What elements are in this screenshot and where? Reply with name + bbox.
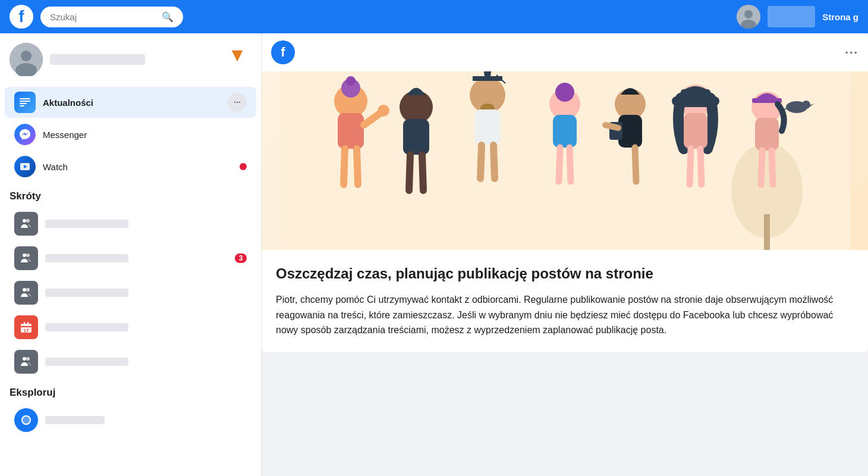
sidebar-user-header: ▼: [0, 38, 261, 86]
svg-rect-9: [20, 105, 24, 107]
shortcut-icon-3: [14, 281, 38, 305]
explore-item-1[interactable]: [5, 403, 256, 437]
shortcut-icon-5: [14, 350, 38, 374]
shortcut-label-3: [45, 289, 128, 297]
svg-point-23: [23, 357, 26, 361]
svg-rect-54: [553, 115, 577, 148]
content-card: f ···: [262, 33, 868, 352]
nav-username: Strona g: [822, 12, 858, 22]
svg-point-13: [26, 219, 30, 223]
svg-line-55: [559, 148, 560, 181]
svg-point-38: [378, 105, 389, 117]
facebook-logo[interactable]: f: [10, 5, 33, 29]
svg-point-17: [26, 288, 30, 292]
shortcut-label-1: [45, 220, 128, 228]
svg-line-41: [409, 155, 410, 190]
messenger-icon: [14, 124, 36, 145]
svg-line-42: [422, 155, 423, 190]
main-content: f ···: [262, 33, 868, 476]
avatar[interactable]: [737, 5, 760, 29]
svg-point-39: [400, 90, 433, 124]
svg-point-14: [23, 253, 26, 257]
shortcut-item-4[interactable]: 17: [5, 311, 256, 344]
watch-notification-dot: [240, 163, 247, 170]
svg-line-61: [635, 148, 636, 181]
svg-line-35: [344, 149, 345, 184]
svg-line-72: [761, 151, 762, 184]
shortcut-label-5: [45, 358, 128, 366]
search-input[interactable]: [50, 12, 157, 22]
top-navigation: f 🔍 Strona g: [0, 0, 868, 33]
svg-point-33: [346, 76, 356, 86]
shortcut-icon-1: [14, 212, 38, 236]
nav-right: Strona g: [737, 5, 858, 29]
svg-point-30: [802, 101, 810, 109]
sidebar: ▼ Aktualności ··· Messenger W: [0, 33, 262, 476]
messenger-label: Messenger: [43, 130, 87, 140]
svg-rect-28: [764, 214, 770, 250]
sidebar-item-watch[interactable]: Watch: [5, 151, 256, 182]
svg-line-56: [570, 148, 571, 181]
username-blurred: [768, 6, 815, 27]
sidebar-item-aktualnosci[interactable]: Aktualności ···: [5, 87, 256, 118]
fb-page-icon: f: [271, 40, 295, 64]
svg-rect-49: [474, 109, 501, 145]
svg-line-68: [700, 149, 702, 184]
svg-point-16: [23, 288, 26, 292]
sidebar-avatar[interactable]: [10, 43, 43, 76]
aktualnosci-more-button[interactable]: ···: [228, 93, 247, 112]
shortcut-label-4: [45, 323, 128, 331]
svg-point-1: [744, 10, 753, 18]
sidebar-item-messenger[interactable]: Messenger: [5, 119, 256, 150]
svg-text:17: 17: [24, 328, 29, 333]
svg-rect-34: [338, 113, 364, 149]
aktualnosci-label: Aktualności: [43, 98, 93, 108]
svg-line-51: [493, 145, 495, 178]
search-icon: 🔍: [162, 11, 174, 23]
svg-point-4: [21, 51, 32, 61]
shortcut-item-1[interactable]: [5, 207, 256, 240]
shortcut-item-5[interactable]: [5, 345, 256, 378]
svg-line-60: [605, 125, 618, 128]
svg-rect-71: [755, 118, 779, 151]
shortcuts-section-title: Skróty: [0, 183, 261, 206]
card-body: Oszczędzaj czas, planując publikację pos…: [262, 250, 868, 352]
card-illustration: [262, 71, 868, 250]
svg-line-36: [357, 149, 358, 184]
shortcut-icon-2: [14, 246, 38, 270]
card-more-button[interactable]: ···: [845, 46, 858, 60]
explore-icon-1: [14, 408, 38, 432]
svg-rect-40: [403, 119, 429, 155]
card-text: Piotr, chcemy pomóc Ci utrzymywać kontak…: [276, 292, 854, 338]
shortcut-item-2[interactable]: 3: [5, 242, 256, 275]
svg-rect-8: [20, 103, 27, 104]
user-name-blurred: [50, 54, 145, 65]
explore-label-1: [45, 416, 105, 424]
shortcut-item-3[interactable]: [5, 276, 256, 309]
svg-point-15: [26, 253, 30, 257]
explore-section-title: Eksploruj: [0, 380, 261, 402]
svg-rect-6: [20, 98, 30, 99]
svg-line-50: [480, 145, 482, 178]
shortcut-icon-4: 17: [14, 315, 38, 339]
watch-icon: [14, 156, 36, 177]
svg-rect-19: [24, 322, 25, 325]
svg-line-73: [772, 151, 773, 184]
shortcut-label-2: [45, 254, 128, 262]
search-bar[interactable]: 🔍: [40, 7, 183, 27]
svg-point-12: [23, 219, 26, 223]
svg-rect-7: [20, 101, 30, 102]
aktualnosci-icon: [14, 92, 36, 113]
svg-rect-66: [684, 113, 707, 149]
arrow-down-indicator: ▼: [228, 44, 247, 66]
svg-point-24: [26, 357, 30, 361]
watch-label: Watch: [43, 162, 68, 172]
svg-line-67: [690, 149, 691, 184]
svg-rect-21: [21, 326, 32, 327]
card-title: Oszczędzaj czas, planując publikację pos…: [276, 264, 854, 283]
svg-rect-20: [27, 322, 29, 325]
shortcut-badge-2: 3: [235, 253, 247, 263]
svg-point-53: [555, 83, 574, 102]
card-header: f ···: [262, 33, 868, 71]
